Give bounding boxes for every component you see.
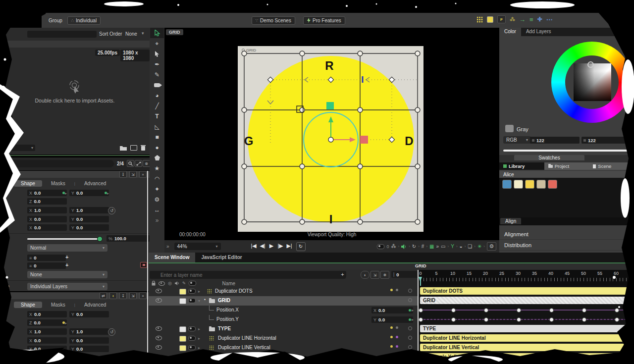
pan-tool[interactable]: ⌖ [150, 38, 164, 49]
opacity-slider-handle[interactable] [97, 236, 103, 242]
p2-row4-x[interactable]: X0.0 [27, 337, 67, 344]
state-dot[interactable] [396, 326, 398, 329]
state-ring[interactable] [408, 336, 412, 340]
star-tool[interactable]: ★ [150, 163, 164, 173]
go-end-button[interactable]: ▶| [285, 242, 294, 250]
layer-name[interactable]: TYPE [218, 326, 231, 331]
keyframe-track[interactable] [419, 306, 634, 315]
palette-header[interactable]: Alice [499, 171, 634, 178]
pro-features-button[interactable]: Pro Features [303, 16, 345, 25]
pen-icon[interactable]: ✎ [182, 281, 186, 286]
eye-icon[interactable] [156, 345, 162, 350]
p2-row5-y[interactable]: Y0.0 [69, 346, 109, 352]
keyframe[interactable] [582, 308, 586, 312]
p1-row4-y[interactable]: Y0.0 [69, 216, 109, 222]
swatch[interactable] [514, 180, 523, 189]
pin-icon[interactable]: ↧ [119, 292, 127, 299]
eye-icon[interactable] [156, 336, 162, 340]
text-tool[interactable]: T [150, 111, 164, 121]
state-dot[interactable] [396, 336, 398, 338]
copy-icon[interactable]: ❏ [468, 243, 472, 251]
eye-icon[interactable] [156, 326, 162, 331]
tab-js-editor[interactable]: JavaScript Editor [195, 253, 248, 262]
layer-toggle[interactable] [188, 355, 196, 360]
focus-icon[interactable]: ⇲ [129, 171, 137, 178]
keyframe[interactable] [615, 317, 619, 322]
property-row[interactable]: Position.Y Y0.0 ▸ [149, 315, 418, 324]
duplicator-icon[interactable] [476, 16, 483, 23]
layer-name[interactable]: Duplicator LINE Horizontal [218, 335, 276, 341]
branch-icon[interactable]: Y [451, 243, 454, 251]
property-field[interactable]: Y0.0 [371, 316, 413, 323]
expand-icon[interactable]: » [166, 244, 169, 249]
line-tool[interactable]: ╱ [150, 101, 164, 111]
track-bar[interactable]: GRID [420, 297, 634, 304]
playhead-line[interactable] [420, 277, 421, 286]
property-name[interactable]: Position.X [216, 307, 239, 312]
tab-advanced[interactable]: Advanced [77, 302, 113, 308]
nodes-icon[interactable]: ⁂ [391, 243, 396, 251]
p1-row4-x[interactable]: X0.0 [27, 216, 67, 222]
render-settings-icon[interactable]: ⚙ [487, 242, 496, 251]
monitor-icon[interactable]: ▭ [441, 243, 445, 251]
rectangle-tool[interactable]: ■ [150, 132, 164, 142]
keyframe[interactable] [615, 308, 619, 312]
layer-row[interactable]: ▸ Duplicator DOTS [149, 287, 418, 296]
canvas-artboard[interactable]: GRID [238, 46, 423, 232]
pin-icon[interactable]: ↧ [119, 171, 127, 178]
layer-color-swatch[interactable] [179, 345, 186, 351]
layer-color-swatch[interactable] [179, 298, 186, 304]
link-icon[interactable]: ↺ [108, 207, 115, 214]
flow-icon[interactable]: ⇄ [100, 292, 107, 299]
zoom-dropdown[interactable]: 44%▾ [174, 243, 221, 250]
layer-toggle[interactable] [188, 345, 196, 350]
layer-color-swatch[interactable] [179, 336, 186, 342]
prev-frame-button[interactable]: ◀| [259, 242, 267, 250]
swatch-source-library[interactable]: Library [499, 162, 544, 170]
trash-icon[interactable] [141, 145, 146, 151]
tab-advanced[interactable]: Advanced [77, 180, 113, 187]
keyframe-track[interactable] [419, 315, 634, 324]
p2-scale-x[interactable]: X1.0 [27, 328, 67, 335]
keyframe[interactable] [549, 317, 554, 322]
expand-caret[interactable]: ▸ [412, 308, 414, 312]
p1-scale-y[interactable]: Y1.0 [69, 207, 109, 213]
more-dots-icon[interactable]: ⋯ [546, 16, 553, 23]
falloff-icon[interactable]: F [497, 15, 506, 23]
expand-caret[interactable]: ▸ [107, 191, 109, 196]
target-icon[interactable]: ◎ [168, 281, 172, 286]
nodes-icon[interactable] [135, 160, 142, 167]
scatter-icon[interactable]: ⁂ [510, 16, 515, 23]
track-bar[interactable]: Rectangle Yellow [420, 353, 634, 361]
channel-1-field[interactable]: 122 [530, 137, 580, 144]
state-ring[interactable] [408, 289, 412, 293]
property-field[interactable]: X0.0 [371, 307, 413, 313]
keyframe[interactable] [517, 308, 521, 312]
collapse-tools[interactable]: » [150, 215, 164, 225]
layer-toggle[interactable] [188, 336, 196, 341]
state-ring[interactable] [408, 326, 412, 330]
p2-pos-y[interactable]: Y0.0 [69, 311, 109, 317]
expand-arrow[interactable]: ▸ [198, 346, 200, 350]
state-dot[interactable] [396, 355, 398, 357]
state-dot[interactable] [390, 326, 393, 329]
close-icon[interactable]: × [139, 171, 147, 178]
props-scrollbar[interactable] [147, 171, 148, 363]
tab-masks[interactable]: Masks [44, 302, 72, 308]
direct-select-tool[interactable] [150, 49, 164, 59]
swatch[interactable] [525, 180, 534, 189]
frame-field[interactable]: |0 [391, 271, 418, 278]
expand-arrow[interactable]: ▸ [198, 327, 200, 331]
track-bar[interactable]: Duplicator LINE Vertical [420, 344, 634, 351]
expand-caret[interactable]: ▸ [65, 191, 67, 196]
layer-color-swatch[interactable] [179, 289, 186, 295]
add-button[interactable]: + [65, 262, 68, 268]
tag-icon[interactable]: ◒ [460, 243, 463, 251]
overlay-toggle[interactable] [377, 244, 384, 249]
clear-icon[interactable]: ⊗ [143, 160, 150, 167]
polygon-tool[interactable] [150, 153, 164, 163]
magnifier-icon[interactable] [127, 160, 134, 167]
layer-toggle[interactable] [188, 289, 196, 294]
chevron-down-icon[interactable]: ▾ [142, 31, 144, 36]
keyframe[interactable] [484, 317, 488, 322]
